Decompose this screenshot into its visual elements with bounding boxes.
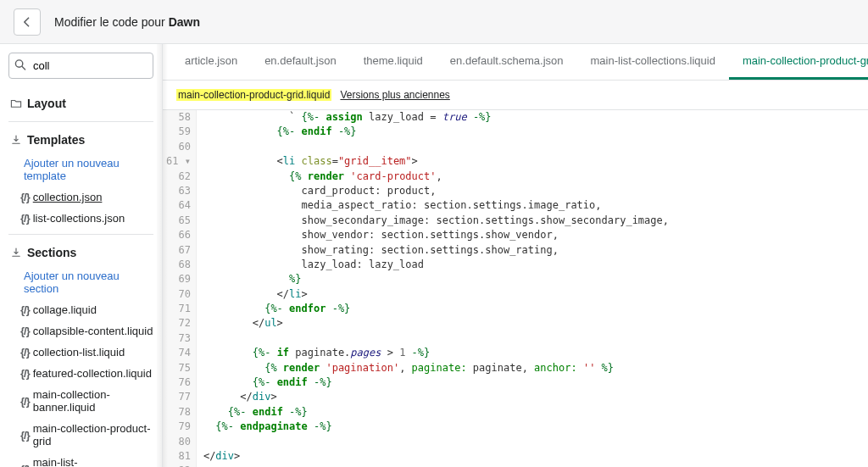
tab-label: main-collection-product-grid.liquid (743, 54, 868, 67)
line-number: 60 (163, 140, 196, 154)
file-item[interactable]: {/}featured-collection.liquid (8, 363, 153, 384)
liquid-icon: {/} (20, 325, 30, 337)
code-line[interactable]: 81</div> (163, 449, 868, 464)
code-line[interactable]: 66 show_vendor: section.settings.show_ve… (163, 228, 868, 242)
editor-tabs: article.jsonen.default.jsontheme.liquide… (163, 44, 868, 81)
file-item[interactable]: {/}list-collections.json (8, 208, 153, 229)
code-content: </ul> (196, 316, 868, 331)
file-label: main-list-collections.liquid (33, 456, 153, 467)
svg-line-1 (22, 66, 25, 69)
code-line[interactable]: 75 {% render 'pagination', paginate: pag… (163, 361, 868, 375)
code-line[interactable]: 68 lazy_load: lazy_load (163, 258, 868, 272)
code-content: {% render 'pagination', paginate: pagina… (196, 361, 868, 375)
code-line[interactable]: 77 </div> (163, 390, 868, 404)
line-number: 76 (163, 375, 196, 390)
code-line[interactable]: 69 %} (163, 272, 868, 286)
code-line[interactable]: 65 show_secondary_image: section.setting… (163, 214, 868, 228)
file-item[interactable]: {/}main-collection-banner.liquid (8, 384, 153, 418)
code-line[interactable]: 60 (163, 140, 868, 154)
versions-link[interactable]: Versions plus anciennes (340, 89, 449, 101)
liquid-icon: {/} (20, 303, 30, 316)
file-item[interactable]: {/}collection.json (8, 186, 153, 208)
file-item[interactable]: {/}main-collection-product-grid (8, 418, 153, 452)
file-item[interactable]: {/}collage.liquid (8, 299, 153, 320)
code-content: media_aspect_ratio: section.settings.ima… (196, 198, 868, 213)
code-line[interactable]: 74 {%- if paginate.pages > 1 -%} (163, 346, 868, 360)
code-content: show_vendor: section.settings.show_vendo… (196, 228, 868, 242)
code-content: </div> (196, 390, 868, 404)
liquid-icon: {/} (20, 463, 30, 468)
section-header-sections[interactable]: Sections (8, 240, 153, 265)
add-template-link[interactable]: Ajouter un nouveau template (8, 153, 153, 186)
line-number: 74 (163, 346, 196, 360)
code-line[interactable]: 80 (163, 435, 868, 449)
code-content (196, 331, 868, 346)
code-line[interactable]: 63 card_product: product, (163, 184, 868, 198)
line-number: 64 (163, 198, 196, 213)
search-wrap (8, 53, 153, 79)
code-line[interactable]: 67 show_rating: section.settings.show_ra… (163, 243, 868, 258)
file-item[interactable]: {/}collapsible-content.liquid (8, 320, 153, 342)
code-line[interactable]: 64 media_aspect_ratio: section.settings.… (163, 198, 868, 213)
code-line[interactable]: 78 {%- endif -%} (163, 405, 868, 420)
file-label: list-collections.json (33, 212, 125, 225)
code-content: lazy_load: lazy_load (196, 258, 868, 272)
section-header-templates[interactable]: Templates (8, 127, 153, 153)
file-label: main-collection-product-grid (33, 422, 153, 448)
code-line[interactable]: 73 (163, 331, 868, 346)
code-editor[interactable]: 58 ` {%- assign lazy_load = true -%}59 {… (163, 109, 868, 467)
section-header-layout[interactable]: Layout (8, 91, 153, 116)
editor-tab[interactable]: main-list-collections.liquid (577, 44, 729, 80)
code-content: {% render 'card-product', (196, 170, 868, 184)
line-number: 78 (163, 405, 196, 420)
line-number: 72 (163, 316, 196, 331)
code-content: show_rating: section.settings.show_ratin… (196, 243, 868, 258)
code-line[interactable]: 59 {%- endif -%} (163, 125, 868, 139)
code-content: {%- endpaginate -%} (196, 420, 868, 434)
download-icon (10, 247, 22, 259)
code-content: {%- endif -%} (196, 405, 868, 420)
code-content: {%- endfor -%} (196, 302, 868, 316)
code-content: %} (196, 272, 868, 286)
line-number: 80 (163, 435, 196, 449)
file-item[interactable]: {/}main-list-collections.liquid (8, 452, 153, 467)
code-line[interactable]: 72 </ul> (163, 316, 868, 331)
code-content: show_secondary_image: section.settings.s… (196, 214, 868, 228)
code-line[interactable]: 61 ▾ <li class="grid__item"> (163, 154, 868, 169)
line-number: 82 (163, 464, 196, 467)
add-section-link[interactable]: Ajouter un nouveau section (8, 265, 153, 299)
code-line[interactable]: 58 ` {%- assign lazy_load = true -%} (163, 110, 868, 125)
file-label: collapsible-content.liquid (33, 325, 153, 337)
code-content (196, 435, 868, 449)
back-button[interactable] (14, 8, 41, 36)
file-label: featured-collection.liquid (33, 367, 152, 380)
code-line[interactable]: 71 {%- endfor -%} (163, 302, 868, 316)
editor-tab[interactable]: theme.liquid (350, 44, 437, 80)
line-number: 68 (163, 258, 196, 272)
code-line[interactable]: 62 {% render 'card-product', (163, 170, 868, 184)
editor-tab[interactable]: article.json (171, 44, 251, 80)
line-number: 66 (163, 228, 196, 242)
file-sidebar: Layout Templates Ajouter un nouveau temp… (0, 44, 163, 467)
code-line[interactable]: 76 {%- endif -%} (163, 375, 868, 390)
code-line[interactable]: 70 </li> (163, 287, 868, 302)
code-content: ` {%- assign lazy_load = true -%} (196, 110, 868, 125)
code-content (196, 140, 868, 154)
liquid-icon: {/} (20, 429, 30, 442)
search-input[interactable] (8, 53, 153, 79)
code-line[interactable]: 79 {%- endpaginate -%} (163, 420, 868, 434)
liquid-icon: {/} (20, 395, 30, 408)
tab-label: article.json (185, 54, 237, 67)
editor-tab[interactable]: en.default.schema.json (437, 44, 577, 80)
line-number: 58 (163, 110, 196, 125)
editor-tab[interactable]: main-collection-product-grid.liquid (729, 44, 868, 80)
liquid-icon: {/} (20, 212, 30, 225)
line-number: 75 (163, 361, 196, 375)
file-label: collection.json (33, 191, 103, 203)
line-number: 67 (163, 243, 196, 258)
file-label: collection-list.liquid (33, 346, 125, 359)
download-icon (10, 134, 22, 146)
file-item[interactable]: {/}collection-list.liquid (8, 342, 153, 363)
editor-tab[interactable]: en.default.json (251, 44, 350, 80)
code-line[interactable]: 82 (163, 464, 868, 467)
